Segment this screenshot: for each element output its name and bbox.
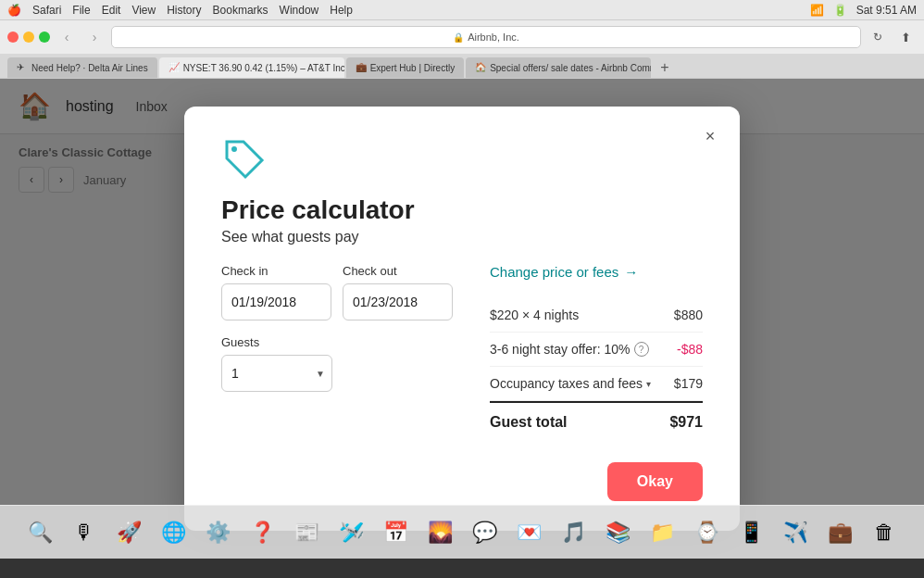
reload-button[interactable]: ↻ bbox=[867, 26, 889, 48]
price-row-taxes: Occupancy taxes and fees ▾ $179 bbox=[490, 367, 703, 401]
svg-point-0 bbox=[231, 146, 237, 152]
address-bar[interactable]: 🔒 Airbnb, Inc. bbox=[111, 26, 861, 48]
modal-title: Price calculator bbox=[221, 195, 703, 225]
close-window-button[interactable] bbox=[7, 31, 19, 43]
discount-value: -$88 bbox=[677, 342, 703, 357]
dock-watch[interactable]: ⌚ bbox=[687, 513, 726, 552]
checkout-group: Check out bbox=[343, 264, 453, 320]
dock-airtraffic[interactable]: ✈️ bbox=[776, 513, 815, 552]
dock-safari[interactable]: 🌐 bbox=[154, 513, 193, 552]
dock-finder[interactable]: 🔍 bbox=[20, 513, 59, 552]
dock-ibooks[interactable]: 📚 bbox=[598, 513, 637, 552]
dock-chrome[interactable]: ⚙️ bbox=[198, 513, 237, 552]
share-button[interactable]: ⬆ bbox=[894, 26, 917, 48]
total-label: Guest total bbox=[490, 414, 568, 431]
dock-imessage[interactable]: 💌 bbox=[509, 513, 548, 552]
modal-subtitle: See what guests pay bbox=[221, 229, 703, 245]
bookmarks-menu[interactable]: Bookmarks bbox=[213, 4, 268, 17]
tab-delta[interactable]: ✈ Need Help? · Delta Air Lines bbox=[7, 57, 157, 78]
dock-skype[interactable]: 💼 bbox=[820, 513, 859, 552]
help-menu[interactable]: Help bbox=[330, 4, 353, 17]
nights-label: $220 × 4 nights bbox=[490, 308, 579, 322]
browser-toolbar: ‹ › 🔒 Airbnb, Inc. ↻ ⬆ bbox=[0, 20, 924, 54]
taxes-text: Occupancy taxes and fees bbox=[490, 376, 643, 391]
total-value: $971 bbox=[669, 414, 703, 431]
tab-expert-hub-label: Expert Hub | Directly bbox=[370, 63, 456, 73]
dock-siri[interactable]: 🎙 bbox=[65, 513, 104, 552]
price-calculator-modal: × Price calculator See what guests pay C… bbox=[184, 107, 740, 531]
battery-icon: 🔋 bbox=[833, 4, 847, 17]
modal-price-breakdown: Change price or fees → $220 × 4 nights $… bbox=[490, 264, 703, 440]
guests-select-wrapper: 1 2 3 4 ▼ bbox=[221, 355, 332, 392]
price-breakdown: $220 × 4 nights $880 3-6 night stay offe… bbox=[490, 298, 703, 440]
dock-news[interactable]: 📰 bbox=[287, 513, 326, 552]
checkout-label: Check out bbox=[343, 264, 453, 278]
price-row-total: Guest total $971 bbox=[490, 401, 703, 440]
okay-button[interactable]: Okay bbox=[607, 462, 703, 501]
apple-menu-icon[interactable]: 🍎 bbox=[7, 4, 21, 17]
guests-group: Guests 1 2 3 4 ▼ bbox=[221, 335, 453, 392]
lock-icon: 🔒 bbox=[453, 32, 464, 43]
modal-close-button[interactable]: × bbox=[695, 121, 725, 151]
price-row-nights: $220 × 4 nights $880 bbox=[490, 298, 703, 333]
dock: 🔍 🎙 🚀 🌐 ⚙️ ❓ 📰 🛩️ 📅 🌄 💬 💌 🎵 📚 📁 ⌚ 📱 ✈️ 💼… bbox=[0, 505, 924, 559]
clock: Sat 9:51 AM bbox=[856, 4, 917, 17]
dock-music[interactable]: 🎵 bbox=[554, 513, 593, 552]
dock-calendar[interactable]: 📅 bbox=[376, 513, 415, 552]
price-row-discount: 3-6 night stay offer: 10% ? -$88 bbox=[490, 333, 703, 367]
tab-airbnb-community[interactable]: 🏠 Special offers/ sale dates - Airbnb Co… bbox=[466, 57, 651, 78]
dock-messages[interactable]: 💬 bbox=[465, 513, 504, 552]
change-price-arrow: → bbox=[624, 264, 638, 280]
taxes-label: Occupancy taxes and fees ▾ bbox=[490, 376, 651, 391]
modal-form: Check in Check out Guests 1 bbox=[221, 264, 453, 440]
dock-launchpad[interactable]: 🚀 bbox=[109, 513, 148, 552]
mac-topbar: 🍎 Safari File Edit View History Bookmark… bbox=[0, 0, 924, 20]
dock-plane[interactable]: 🛩️ bbox=[331, 513, 370, 552]
modal-overlay: × Price calculator See what guests pay C… bbox=[0, 79, 924, 559]
modal-body: Check in Check out Guests 1 bbox=[221, 264, 703, 440]
guests-label: Guests bbox=[221, 335, 453, 349]
change-price-link[interactable]: Change price or fees → bbox=[490, 264, 703, 280]
app-name: Safari bbox=[32, 4, 61, 17]
back-button[interactable]: ‹ bbox=[56, 26, 78, 48]
page-background: 🏠 hosting Inbox Clare's Classic Cottage … bbox=[0, 79, 924, 559]
tab-att[interactable]: 📈 NYSE:T 36.90 0.42 (1.15%) – AT&T Inc. bbox=[159, 57, 344, 78]
guests-select[interactable]: 1 2 3 4 bbox=[221, 355, 332, 392]
att-favicon: 📈 bbox=[169, 62, 180, 73]
new-tab-button[interactable]: + bbox=[653, 57, 676, 78]
edit-menu[interactable]: Edit bbox=[102, 4, 121, 17]
checkin-group: Check in bbox=[221, 264, 331, 320]
expert-hub-favicon: 💼 bbox=[356, 62, 367, 73]
checkin-input[interactable] bbox=[221, 283, 331, 320]
tabs-bar: ✈ Need Help? · Delta Air Lines 📈 NYSE:T … bbox=[0, 54, 924, 78]
delta-favicon: ✈ bbox=[17, 62, 28, 73]
taxes-value: $179 bbox=[674, 376, 703, 391]
history-menu[interactable]: History bbox=[167, 4, 201, 17]
checkout-input[interactable] bbox=[343, 283, 453, 320]
price-tag-icon bbox=[221, 136, 266, 181]
view-menu[interactable]: View bbox=[131, 4, 156, 17]
url-text: Airbnb, Inc. bbox=[468, 31, 519, 43]
dock-whatsapp[interactable]: 📱 bbox=[731, 513, 770, 552]
tab-delta-label: Need Help? · Delta Air Lines bbox=[31, 63, 148, 73]
window-menu[interactable]: Window bbox=[280, 4, 319, 17]
forward-button[interactable]: › bbox=[83, 26, 106, 48]
browser-chrome: ‹ › 🔒 Airbnb, Inc. ↻ ⬆ ✈ Need Help? · De… bbox=[0, 20, 924, 79]
dock-help[interactable]: ❓ bbox=[243, 513, 281, 552]
dock-trash[interactable]: 🗑 bbox=[865, 513, 904, 552]
nights-value: $880 bbox=[674, 308, 703, 322]
checkin-label: Check in bbox=[221, 264, 331, 278]
taxes-dropdown-icon[interactable]: ▾ bbox=[646, 379, 651, 389]
maximize-window-button[interactable] bbox=[39, 31, 50, 43]
file-menu[interactable]: File bbox=[72, 4, 90, 17]
tab-airbnb-community-label: Special offers/ sale dates - Airbnb Comm… bbox=[490, 63, 651, 73]
tab-expert-hub[interactable]: 💼 Expert Hub | Directly bbox=[346, 57, 465, 78]
dock-folder[interactable]: 📁 bbox=[643, 513, 681, 552]
dock-photos[interactable]: 🌄 bbox=[420, 513, 459, 552]
wifi-icon: 📶 bbox=[810, 4, 824, 17]
discount-info-icon[interactable]: ? bbox=[634, 342, 649, 357]
change-price-text: Change price or fees bbox=[490, 264, 618, 280]
airbnb-community-favicon: 🏠 bbox=[475, 62, 486, 73]
minimize-window-button[interactable] bbox=[23, 31, 34, 43]
checkin-checkout-row: Check in Check out bbox=[221, 264, 453, 335]
